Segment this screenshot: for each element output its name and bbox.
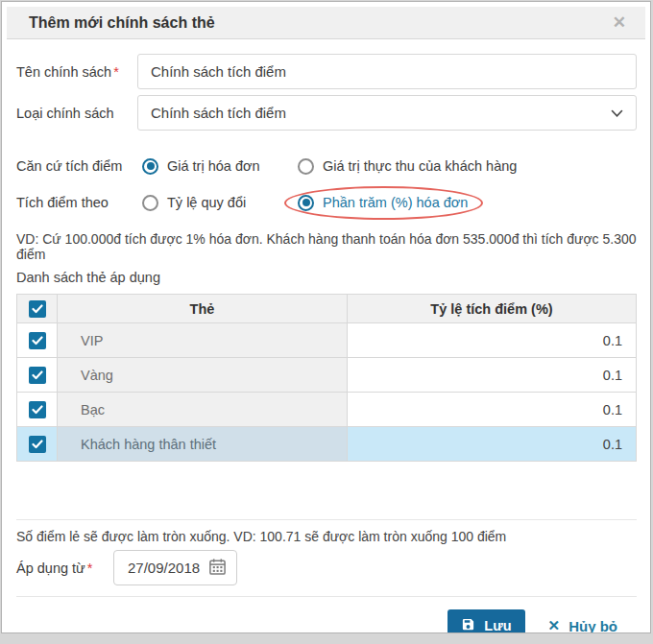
radio-icon[interactable] — [298, 195, 314, 211]
radio-label: Tỷ lệ quy đổi — [167, 195, 246, 210]
row-checkbox[interactable] — [29, 401, 46, 418]
calendar-icon[interactable] — [208, 558, 227, 579]
card-name-cell: VIP — [58, 323, 348, 358]
radio-option-actual-paid[interactable]: Giá trị thực thu của khách hàng — [298, 158, 517, 175]
apply-from-label: Áp dụng từ* — [16, 561, 113, 576]
point-method-row: Tích điểm theo Tỷ lệ quy đổi Phần trăm (… — [16, 190, 637, 215]
point-basis-options: Giá trị hóa đơn Giá trị thực thu của khá… — [137, 158, 637, 175]
point-basis-row: Căn cứ tích điểm Giá trị hóa đơn Giá trị… — [16, 155, 637, 178]
radio-icon[interactable] — [142, 195, 158, 211]
close-icon[interactable]: ✕ — [609, 11, 630, 35]
card-column-header: Thẻ — [58, 295, 348, 323]
save-icon — [461, 617, 475, 633]
apply-from-date-value: 27/09/2018 — [128, 560, 200, 576]
radio-label: Giá trị hóa đơn — [167, 158, 260, 174]
row-checkbox-cell — [17, 427, 58, 462]
card-list-label: Danh sách thẻ áp dụng — [16, 270, 637, 285]
modal-footer: Lưu ✕ Hủy bỏ — [16, 597, 637, 633]
radio-icon[interactable] — [298, 158, 314, 175]
example-note: VD: Cứ 100.000đ tích được 1% hóa đơn. Kh… — [16, 231, 637, 262]
point-method-label: Tích điểm theo — [16, 195, 137, 210]
card-rate-cell[interactable]: 0.1 — [348, 358, 637, 393]
row-checkbox-cell — [17, 323, 58, 358]
card-rate-cell[interactable]: 0.1 — [348, 323, 637, 358]
policy-name-input[interactable] — [137, 54, 637, 89]
required-asterisk: * — [113, 64, 119, 80]
save-button[interactable]: Lưu — [447, 609, 524, 633]
save-button-label: Lưu — [484, 618, 511, 633]
row-checkbox[interactable] — [29, 367, 46, 384]
policy-type-value: Chính sách tích điểm — [151, 105, 286, 121]
modal-body: Tên chính sách* Loại chính sách Chính sá… — [7, 54, 645, 633]
table-row[interactable]: Khách hàng thân thiết0.1 — [17, 427, 637, 462]
radio-icon[interactable] — [142, 158, 158, 175]
modal-title: Thêm mới chính sách thẻ — [29, 14, 609, 32]
rounding-note: Số điểm lẻ sẽ được làm tròn xuống. VD: 1… — [16, 529, 637, 544]
radio-label: Phần trăm (%) hóa đơn — [323, 195, 468, 210]
card-name-cell: Khách hàng thân thiết — [58, 427, 348, 462]
policy-name-row: Tên chính sách* — [16, 54, 637, 89]
cancel-x-icon: ✕ — [548, 617, 561, 633]
row-checkbox[interactable] — [29, 332, 46, 349]
table-row[interactable]: Vàng0.1 — [17, 358, 637, 393]
card-name-cell: Bạc — [58, 393, 348, 427]
policy-type-label: Loại chính sách — [16, 106, 137, 121]
apply-from-date-input[interactable]: 27/09/2018 — [113, 550, 237, 585]
modal-titlebar: Thêm mới chính sách thẻ ✕ — [7, 7, 645, 39]
select-all-cell — [17, 295, 58, 323]
cancel-button-label: Hủy bỏ — [568, 618, 617, 634]
card-table: Thẻ Tỷ lệ tích điểm (%) VIP0.1Vàng0.1Bạc… — [16, 294, 637, 462]
required-asterisk: * — [87, 561, 93, 576]
row-checkbox[interactable] — [29, 436, 46, 453]
policy-name-label: Tên chính sách* — [16, 64, 137, 80]
rate-column-header: Tỷ lệ tích điểm (%) — [348, 295, 637, 323]
row-checkbox-cell — [17, 393, 58, 427]
table-row[interactable]: Bạc0.1 — [17, 393, 637, 427]
radio-option-invoice-percent[interactable]: Phần trăm (%) hóa đơn — [298, 195, 468, 211]
radio-option-conversion-rate[interactable]: Tỷ lệ quy đổi — [142, 195, 298, 211]
add-card-policy-modal: Thêm mới chính sách thẻ ✕ Tên chính sách… — [1, 1, 651, 633]
point-method-options: Tỷ lệ quy đổi Phần trăm (%) hóa đơn — [137, 195, 637, 211]
radio-option-invoice-value[interactable]: Giá trị hóa đơn — [142, 158, 298, 175]
row-checkbox-cell — [17, 358, 58, 393]
radio-label: Giá trị thực thu của khách hàng — [323, 158, 517, 174]
cancel-button[interactable]: ✕ Hủy bỏ — [548, 617, 617, 633]
card-name-cell: Vàng — [58, 358, 348, 393]
table-row[interactable]: VIP0.1 — [17, 323, 637, 358]
card-table-body: VIP0.1Vàng0.1Bạc0.1Khách hàng thân thiết… — [17, 323, 637, 462]
card-table-header-row: Thẻ Tỷ lệ tích điểm (%) — [17, 295, 637, 323]
section-divider — [16, 519, 637, 520]
select-all-checkbox[interactable] — [29, 300, 46, 318]
policy-type-row: Loại chính sách Chính sách tích điểm — [16, 95, 637, 131]
card-rate-cell[interactable]: 0.1 — [348, 427, 637, 462]
apply-from-row: Áp dụng từ* 27/09/2018 — [16, 550, 637, 585]
chevron-down-icon — [611, 105, 623, 121]
card-rate-cell[interactable]: 0.1 — [348, 393, 637, 427]
policy-type-select[interactable]: Chính sách tích điểm — [137, 95, 637, 131]
point-basis-label: Căn cứ tích điểm — [16, 158, 137, 174]
